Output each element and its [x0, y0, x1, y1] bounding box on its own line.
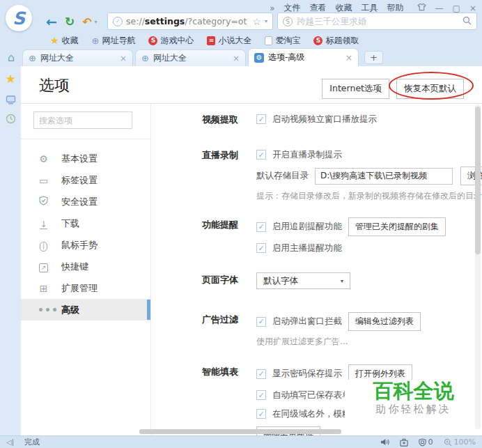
sogou-logo[interactable]: S	[6, 5, 32, 31]
bookmark-title-claim[interactable]: S 标题领取	[313, 35, 359, 47]
sidebar-item-advanced[interactable]: ••• 高级	[21, 299, 150, 320]
sidebar-item-label: 下载	[61, 217, 79, 230]
mouse-icon: |	[38, 239, 49, 252]
minimize-icon[interactable]: —	[435, 3, 444, 13]
section-label: 视频提取	[202, 112, 256, 126]
internet-options-button[interactable]: Internet选项	[322, 79, 389, 99]
checkbox-label: 启用追剧提醒功能	[272, 221, 342, 233]
back-icon[interactable]: ←	[46, 14, 57, 29]
undo-icon[interactable]: ↶	[82, 15, 91, 29]
watermark-title: 百科全说	[345, 380, 482, 402]
zoom-level: 100%	[454, 438, 476, 447]
restore-defaults-button[interactable]: 恢复本页默认	[396, 79, 464, 99]
refresh-icon[interactable]: ↻	[65, 15, 75, 29]
checkbox-password-save-tip[interactable]: ✓	[256, 369, 266, 379]
tab-settings-advanced[interactable]: ⚙ 选项-高级 ×	[248, 48, 359, 66]
undo-dropdown-icon[interactable]: ▾	[95, 19, 98, 25]
tab-shape-icon: ▭	[38, 175, 49, 186]
search-bar[interactable]: S	[277, 13, 477, 30]
zoom-control[interactable]: 100%	[444, 438, 476, 447]
checkbox-label: 启用主播提醒功能	[272, 242, 342, 254]
sidebar-item-label: 高级	[61, 304, 79, 316]
ad-filter-hint[interactable]: 使用扩展过滤更多广告...	[256, 336, 421, 348]
tab-label: 选项-高级	[268, 52, 304, 63]
checkbox-live-record-tip[interactable]: ✓	[256, 150, 266, 160]
checkbox-anchor-remind[interactable]: ✓	[256, 243, 266, 253]
address-bar[interactable]: ✓ se://settings/?category=ot ☆ ▾	[107, 13, 273, 30]
gear-icon: ⚙	[254, 53, 264, 63]
bookmark-star-icon[interactable]: ☆	[252, 16, 261, 27]
sidebar-item-mouse-gesture[interactable]: | 鼠标手势	[21, 234, 150, 256]
url-scheme: se://	[126, 16, 145, 26]
tab-close-icon[interactable]: ×	[120, 54, 127, 63]
bookmark-taobao[interactable]: 爱淘宝	[265, 35, 300, 47]
horizontal-scrollbar-thumb[interactable]	[139, 429, 341, 434]
download-icon: ↓	[38, 218, 49, 229]
site-security-icon: ✓	[113, 17, 123, 26]
favorites-star-icon[interactable]: ★	[0, 72, 21, 86]
search-input[interactable]	[297, 16, 458, 26]
font-select[interactable]: 默认字体 ▾	[256, 272, 350, 289]
bookmark-novels[interactable]: ≡ 小说大全	[207, 35, 251, 47]
settings-search-input[interactable]	[33, 111, 132, 129]
close-icon[interactable]: ×	[469, 3, 476, 13]
storage-dir-hint: 提示：存储目录修改后，新录制的视频将存储在修改后的目录中。（不	[256, 190, 482, 202]
sidebar-collapse-icon[interactable]: ◁	[6, 438, 13, 446]
vertical-scrollbar[interactable]	[475, 105, 481, 429]
sidebar-item-security-settings[interactable]: 安全设置	[21, 191, 150, 213]
tab-site-collection-1[interactable]: ⊕ 网址大全 ×	[22, 49, 133, 66]
checkbox-popup-block[interactable]: ✓	[256, 317, 266, 327]
page-title: 选项	[39, 75, 70, 96]
url-text[interactable]: se://settings/?category=ot	[126, 16, 247, 26]
section-video-extract: 视频提取 ✓ 启动视频独立窗口播放提示	[202, 112, 482, 126]
storage-dir-input[interactable]	[315, 168, 453, 185]
sidebar-item-shortcuts[interactable]: ↗ 快捷键	[21, 256, 150, 277]
toolbar-overflow-icon[interactable]: »	[270, 3, 274, 13]
edit-filter-whitelist-button[interactable]: 编辑免过滤列表	[348, 312, 421, 331]
tab-site-collection-2[interactable]: ⊕ 网址大全 ×	[135, 49, 246, 66]
checkbox-label: 启动视频独立窗口播放提示	[272, 114, 377, 125]
gear-icon: ⚙	[38, 153, 49, 164]
tab-label: 网址大全	[153, 52, 187, 64]
checkbox-label: 启动弹出窗口拦截	[272, 316, 342, 327]
vertical-scrollbar-thumb[interactable]	[475, 107, 481, 254]
search-icon[interactable]	[462, 15, 472, 28]
checkbox-video-popup-tip[interactable]: ✓	[256, 114, 266, 124]
checkbox-autofill-forms[interactable]: ✓	[256, 390, 266, 400]
sidebar-item-basic-settings[interactable]: ⚙ 基本设置	[21, 148, 150, 169]
history-clock-icon[interactable]	[0, 114, 21, 127]
sidebar-item-tab-settings[interactable]: ▭ 标签设置	[21, 169, 150, 191]
font-select-value: 默认字体	[263, 275, 298, 287]
tab-close-icon[interactable]: ×	[233, 54, 240, 63]
bookmark-favorites[interactable]: ★ 收藏	[50, 35, 79, 47]
url-dropdown-icon[interactable]: ▾	[265, 18, 267, 24]
shortcut-icon: ↗	[38, 261, 49, 272]
search-engine-icon[interactable]: S	[283, 17, 293, 26]
watermark: 百科全说 助你轻松解决	[345, 380, 482, 420]
checkbox-drama-remind[interactable]: ✓	[256, 222, 266, 232]
security-shield-indicator[interactable]: 0	[419, 438, 433, 447]
bookmark-game-center[interactable]: S 游戏中心	[148, 35, 194, 47]
header-buttons: Internet选项 恢复本页默认	[322, 79, 464, 99]
section-live-record: 直播录制 ✓ 开启直播录制提示 默认存储目录 浏览 提示：存储目录修改后，新录制…	[202, 148, 482, 202]
sidebar-item-extensions[interactable]: ⊞ 扩展管理	[21, 277, 150, 299]
side-toolbar: ★	[0, 66, 21, 435]
page-load-status: 完成	[24, 437, 40, 447]
checkbox-fuzzy-fill[interactable]: ✓	[256, 409, 266, 419]
bookmark-site-nav[interactable]: ⊕ 网址导航	[92, 35, 136, 47]
checkmark-icon: ✓	[258, 244, 264, 253]
new-tab-button[interactable]: +	[364, 51, 383, 64]
manage-closed-reminders-button[interactable]: 管理已关闭提醒的剧集	[348, 217, 446, 236]
bookmark-label: 爱淘宝	[275, 35, 300, 47]
skin-icon[interactable]	[417, 3, 426, 13]
checkmark-icon: ✓	[258, 317, 264, 326]
maximize-icon[interactable]: ▢	[453, 3, 460, 13]
sidebar-item-download[interactable]: ↓ 下载	[21, 213, 150, 234]
tab-close-icon[interactable]: ×	[345, 53, 352, 63]
content-divider	[150, 104, 151, 435]
device-sync-icon[interactable]	[0, 94, 21, 107]
speaker-icon[interactable]	[380, 438, 389, 446]
home-icon[interactable]: ⌂	[0, 51, 22, 66]
watermark-subtitle: 助你轻松解决	[345, 403, 482, 416]
download-manager-icon[interactable]	[400, 438, 408, 447]
